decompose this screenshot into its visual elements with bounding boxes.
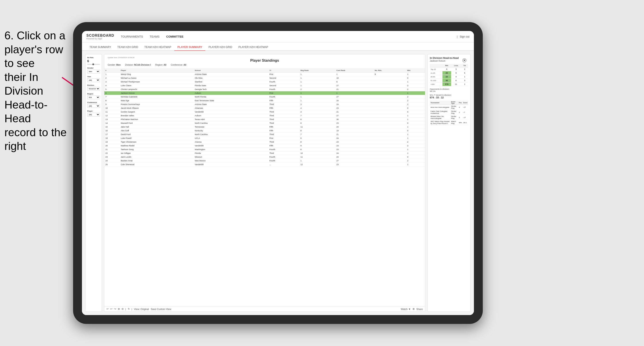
table-row[interactable]: 2 Michael La Sasso Ole Miss Second 1 18 …	[104, 76, 425, 80]
tab-team-summary[interactable]: TEAM SUMMARY	[86, 44, 114, 51]
save-custom-view-btn[interactable]: Save Custom View	[150, 308, 171, 310]
nav-bar: SCOREBOARD Powered by clippi TOURNAMENTS…	[82, 31, 474, 42]
division-select[interactable]: NCAA Division I	[87, 87, 100, 91]
opponents-label: Opponents in division:	[430, 88, 468, 90]
tournament-score: -17	[463, 105, 468, 110]
nav-committee[interactable]: COMMITTEE	[166, 34, 184, 39]
table-row[interactable]: 21 Taehoon Song Washington Fourth 6 23 1	[104, 148, 425, 152]
refresh-btn[interactable]: ↻	[128, 308, 130, 310]
cell-reg-rank: 3	[300, 103, 335, 106]
table-row[interactable]: 17 David Ford North Carolina Third 7 21 …	[104, 133, 425, 136]
table-row[interactable]: 18 Luke Powell UCLA First 6 24 1	[104, 136, 425, 140]
tournament-type: Stroke Play	[450, 110, 458, 115]
table-row[interactable]: 25 Cole Sherwood Vanderbilt ... 12 23 1	[104, 163, 425, 167]
region-select[interactable]: N/A	[87, 96, 100, 99]
cell-no-rds	[374, 114, 406, 118]
table-row[interactable]: 19 Tiger Christensen Arizona Third 8 23 …	[104, 140, 425, 144]
cell-no-rds	[374, 155, 406, 159]
table-row[interactable]: 23 Jack Lundin Missouri Fourth 11 24 0	[104, 155, 425, 159]
table-row[interactable]: 10 Jacob Mock Ollason Arkansas Fifth 4 2…	[104, 106, 425, 110]
table-row[interactable]: 20 Matthew Riedel Vanderbilt Fifth 9 23 …	[104, 144, 425, 148]
table-row[interactable]: 5 Christo Lamprecht Georgia Tech Fourth …	[104, 88, 425, 91]
layout-btn[interactable]: ⊞	[412, 308, 414, 310]
table-row[interactable]: 16 Alex Goff Kentucky Fifth 8 19 0	[104, 129, 425, 133]
cell-rank: 1	[104, 72, 120, 76]
cell-school: Vanderbilt	[194, 163, 268, 167]
sidebar-filters: No Rds. 6 Gender Men Year (All)	[85, 54, 102, 312]
cell-player: Jacob Mock Ollason	[120, 106, 194, 110]
table-row[interactable]: 9 Preston Summerhays Arizona State Third…	[104, 103, 425, 106]
tab-team-h2h-grid[interactable]: TEAM H2H GRID	[114, 44, 141, 51]
view-original-btn[interactable]: View: Original	[134, 308, 149, 310]
watch-btn[interactable]: Watch ▼	[401, 308, 411, 310]
logo-subtitle: Powered by clippi	[86, 38, 114, 40]
table-row[interactable]: 7 Nicholas Gabrielck North Florida Fourt…	[104, 95, 425, 99]
cell-yr: Third	[268, 140, 299, 144]
opponents-pct: 98.1%	[430, 90, 468, 92]
table-row[interactable]: 11 Gordon Sargent Vanderbilt Third 4 21 …	[104, 110, 425, 114]
cell-yr: Fourth	[268, 159, 299, 163]
h2h-close-btn[interactable]: ✕	[462, 58, 466, 62]
cell-school: Kentucky	[194, 129, 268, 133]
cell-conf-rank: 21	[335, 110, 374, 114]
tournament-pos: Win	[458, 120, 463, 125]
cell-conf-rank: 27	[335, 114, 374, 118]
table-row[interactable]: 12 Brendan Valles Auburn Third 7 27 1	[104, 114, 425, 118]
conference-select[interactable]: (All)	[87, 104, 100, 108]
table-row[interactable]: 22 Ian Gilligan Florida Third 10 24 1	[104, 152, 425, 155]
zoom-in-btn[interactable]: ⊕	[118, 308, 120, 310]
cell-player: Luke Powell	[120, 136, 194, 140]
h2h-rank-label: 26-50	[430, 75, 442, 79]
cell-win: 2	[406, 103, 425, 106]
table-row[interactable]: 14 Maxwell Ford North Carolina Third 8 2…	[104, 121, 425, 125]
tournament-type: Stroke Play	[450, 105, 458, 110]
cell-yr: Fourth	[268, 80, 299, 84]
table-row[interactable]: 6 Jackson Koivun Auburn First 1 1 1	[104, 91, 425, 95]
cell-conf-rank: 23	[335, 121, 374, 125]
h2h-tie: 2	[461, 67, 468, 71]
meta-region: Region: All	[155, 64, 166, 66]
share-btn[interactable]: Share	[416, 308, 423, 310]
nav-tournaments[interactable]: TOURNAMENTS	[121, 34, 143, 39]
table-row[interactable]: 13 Phichaksn Maichon Texas A&M Third 6 3…	[104, 118, 425, 121]
tab-player-summary[interactable]: PLAYER SUMMARY	[174, 44, 205, 51]
cell-win: 2	[406, 84, 425, 88]
tournament-pos: 2	[458, 110, 463, 115]
cell-yr: Second	[268, 76, 299, 80]
redo-btn[interactable]: ↩	[110, 308, 112, 310]
cell-yr: Fifth	[268, 99, 299, 103]
cell-no-rds	[374, 103, 406, 106]
h2h-tie: 1	[461, 82, 468, 86]
table-row[interactable]: 1 Wenyi Ding Arizona State First 1 1 8 1	[104, 72, 425, 76]
nav-teams[interactable]: TEAMS	[150, 34, 160, 39]
col-player: Player	[120, 69, 194, 72]
rounds-slider[interactable]	[87, 64, 100, 65]
cell-player: Jake Hall	[120, 125, 194, 129]
zoom-out-btn[interactable]: ⊖	[122, 308, 124, 310]
col-event-type: Event Type	[450, 101, 458, 105]
year-select[interactable]: (All)	[87, 78, 100, 82]
gender-select[interactable]: Men	[87, 70, 100, 73]
undo-btn[interactable]: ↩	[106, 308, 108, 310]
h2h-tie: 3	[461, 79, 468, 82]
tab-player-h2h-grid[interactable]: PLAYER H2H GRID	[205, 44, 235, 51]
filter-player: Player (All)	[87, 110, 100, 117]
nav-items: TOURNAMENTS TEAMS COMMITTEE	[121, 34, 457, 39]
player-select[interactable]: (All)	[87, 113, 100, 117]
tab-team-h2h-heatmap[interactable]: TEAM H2H HEATMAP	[141, 44, 174, 51]
table-row[interactable]: 3 Michael Thorbjornsen Stanford Fourth 1…	[104, 80, 425, 84]
opponents-section: Opponents in division: 98.1%	[430, 88, 468, 92]
h2h-row: >100 578 11 1	[430, 82, 468, 86]
table-row[interactable]: 4 Luke Claton Florida State Second 1 27 …	[104, 84, 425, 88]
table-row[interactable]: 24 Bastien Amat New Mexico Fourth 1 27 2	[104, 159, 425, 163]
tab-player-h2h-heatmap[interactable]: PLAYER H2H HEATMAP	[236, 44, 271, 51]
standings-table: # Player School Yr Reg Rank Conf Rank No…	[104, 69, 425, 306]
table-row[interactable]: 8 Mats Ege East Tennessee State Fifth 1 …	[104, 99, 425, 103]
table-row[interactable]: 15 Jake Hall Tennessee Fifth 11 24 1	[104, 125, 425, 129]
tournament-score: 18-1	[463, 120, 468, 125]
cell-conf-rank: 21	[335, 133, 374, 136]
logo: SCOREBOARD Powered by clippi	[86, 34, 114, 40]
cell-conf-rank: 23	[335, 163, 374, 167]
forward-btn[interactable]: ↪	[114, 308, 116, 310]
sign-out-link[interactable]: Sign out	[460, 35, 470, 38]
